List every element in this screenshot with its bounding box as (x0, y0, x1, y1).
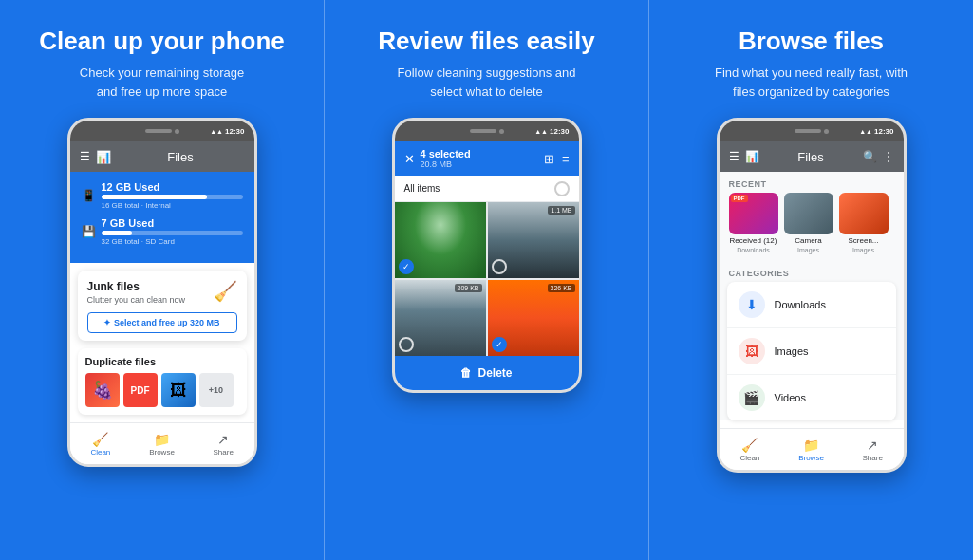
sd-icon: 💾 (82, 225, 96, 238)
junk-subtitle: Clutter you can clean now (87, 295, 186, 305)
photo-cell-2[interactable]: 1.1 MB (488, 202, 579, 278)
status-bar-3: ▲▲ 12:30 (720, 121, 904, 141)
selection-icons: ⊞ ≡ (544, 152, 570, 166)
time-display-3: 12:30 (874, 127, 893, 136)
recent-item-received[interactable]: PDF Received (12) Downloads (729, 193, 778, 253)
select-all-checkbox[interactable] (554, 181, 570, 196)
notch-center-2 (470, 129, 504, 134)
share-icon-3: ↗ (867, 438, 878, 453)
selection-size: 20.8 MB (421, 159, 538, 169)
speaker (145, 129, 172, 133)
photo-check-3 (399, 337, 414, 352)
category-videos[interactable]: 🎬 Videos (727, 375, 896, 420)
grid-icon[interactable]: ⊞ (544, 152, 554, 166)
panel3-subtitle: Find what you need really fast, withfile… (715, 64, 908, 101)
storage-detail-sd: 32 GB total · SD Card (102, 237, 243, 246)
browse-search-icon[interactable]: 🔍 (863, 150, 877, 163)
recent-thumb-camera (784, 193, 833, 234)
status-bar-1: ▲▲ 12:30 (70, 121, 254, 141)
panel-clean: Clean up your phone Check your remaining… (0, 0, 325, 560)
downloads-icon: ⬇ (739, 291, 765, 318)
status-bar-2: ▲▲ 12:30 (395, 121, 579, 141)
recent-label-received: Received (12) (730, 236, 777, 245)
selection-info: 4 selected 20.8 MB (421, 148, 538, 169)
time-display-2: 12:30 (550, 127, 569, 136)
photo-cell-4[interactable]: ✓ 326 KB (488, 280, 579, 356)
browse-content: RECENT PDF Received (12) Downloads Camer… (720, 172, 904, 420)
downloads-label: Downloads (775, 299, 826, 310)
panel-review: Review files easily Follow cleaning sugg… (325, 0, 649, 560)
delete-button[interactable]: 🗑 Delete (395, 356, 579, 390)
select-free-button[interactable]: ✦ Select and free up 320 MB (87, 312, 237, 333)
storage-fill-internal (102, 195, 208, 199)
app-toolbar-1: ☰ 📊 Files (70, 141, 254, 172)
panel3-title: Browse files (739, 27, 884, 56)
nav-share-1[interactable]: ↗ Share (193, 423, 254, 464)
notch-center (145, 129, 179, 134)
status-right-2: ▲▲ 12:30 (534, 127, 569, 136)
close-icon[interactable]: ✕ (404, 152, 415, 166)
status-right-3: ▲▲ 12:30 (859, 127, 893, 136)
browse-more-icon[interactable]: ⋮ (883, 150, 894, 163)
checkmark-1: ✓ (402, 262, 410, 271)
photo-size-3: 209 KB (455, 284, 482, 292)
sort-icon[interactable]: ≡ (562, 152, 570, 166)
dup-thumb-more: +10 (199, 373, 234, 407)
clean-label: Clean (90, 448, 110, 457)
category-downloads[interactable]: ⬇ Downloads (727, 282, 896, 328)
storage-fill-sd (102, 231, 133, 235)
selection-toolbar: ✕ 4 selected 20.8 MB ⊞ ≡ (395, 141, 579, 176)
images-icon: 🖼 (739, 338, 765, 364)
recent-item-screenshots[interactable]: Screen... Images (839, 193, 889, 253)
browse-menu-icon[interactable]: ☰ (729, 150, 739, 163)
all-items-label: All items (404, 183, 440, 194)
storage-section: 📱 12 GB Used 16 GB total · Internal 💾 7 … (70, 172, 254, 263)
speaker-3 (795, 129, 821, 133)
duplicate-thumbs: 🍇 PDF 🖼 +10 (85, 373, 239, 407)
signal-icon-2: ▲▲ (534, 128, 548, 135)
signal-icon-3: ▲▲ (859, 128, 872, 135)
panel2-title: Review files easily (378, 27, 594, 56)
nav-browse-1[interactable]: 📁 Browse (131, 423, 193, 464)
photo-check-2 (492, 259, 507, 274)
selection-count: 4 selected (421, 148, 538, 159)
storage-label-sd: 7 GB Used (102, 217, 243, 229)
bottom-nav-1: 🧹 Clean 📁 Browse ↗ Share (70, 422, 254, 464)
menu-icon[interactable]: ☰ (80, 150, 90, 163)
bottom-nav-3: 🧹 Clean 📁 Browse ↗ Share (720, 428, 904, 470)
storage-info-internal: 12 GB Used 16 GB total · Internal (102, 181, 243, 210)
nav-clean-1[interactable]: 🧹 Clean (70, 423, 132, 464)
storage-label-internal: 12 GB Used (102, 181, 243, 193)
storage-item-internal: 📱 12 GB Used 16 GB total · Internal (82, 181, 243, 210)
recent-item-camera[interactable]: Camera Images (784, 193, 833, 253)
pdf-badge: PDF (731, 195, 748, 202)
videos-label: Videos (775, 392, 806, 403)
photo-grid: ✓ 1.1 MB 209 KB ✓ 326 KB (395, 202, 579, 356)
phone-mockup-3: ▲▲ 12:30 ☰ 📊 Files 🔍 ⋮ RECENT PDF Receiv… (717, 118, 907, 473)
categories-card: ⬇ Downloads 🖼 Images 🎬 Videos (727, 282, 896, 420)
speaker-2 (470, 129, 496, 133)
nav-share-3[interactable]: ↗ Share (842, 429, 904, 470)
category-images[interactable]: 🖼 Images (727, 328, 896, 375)
categories-section-label: CATEGORIES (720, 261, 904, 282)
recent-sublabel-received: Downloads (737, 247, 770, 253)
videos-icon: 🎬 (739, 384, 765, 411)
recent-sublabel-camera: Images (797, 247, 819, 253)
photo-cell-1[interactable]: ✓ (395, 202, 486, 278)
delete-label: Delete (477, 366, 512, 380)
nav-clean-3[interactable]: 🧹 Clean (720, 429, 781, 470)
storage-detail-internal: 16 GB total · Internal (102, 201, 243, 210)
images-label: Images (775, 345, 809, 357)
dup-thumb-1: 🍇 (85, 373, 120, 407)
photo-cell-3[interactable]: 209 KB (395, 280, 486, 356)
recent-thumb-screenshots (839, 193, 889, 234)
browse-icon: 📁 (154, 432, 170, 447)
nav-browse-3[interactable]: 📁 Browse (780, 429, 842, 470)
clean-icon: 🧹 (92, 432, 108, 447)
junk-card: Junk files Clutter you can clean now 🧹 ✦… (78, 271, 247, 341)
notch-center-3 (795, 129, 829, 134)
photo-size-4: 326 KB (548, 284, 575, 292)
cleaning-icon: 🧹 (214, 280, 237, 303)
all-items-bar: All items (395, 176, 579, 202)
browse-toolbar: ☰ 📊 Files 🔍 ⋮ (720, 141, 904, 172)
